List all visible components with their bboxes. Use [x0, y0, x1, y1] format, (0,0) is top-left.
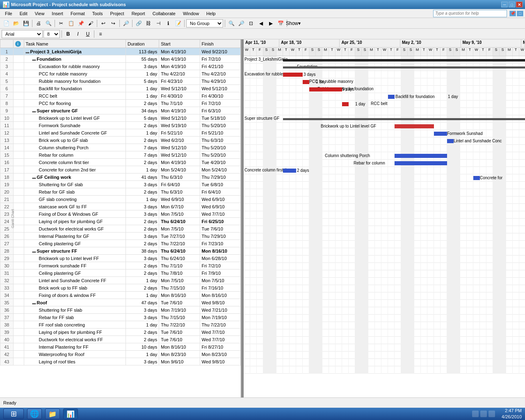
cut-button[interactable]: ✂: [57, 19, 66, 28]
task-name[interactable]: Laying of roof tiles: [24, 358, 126, 365]
task-name[interactable]: Rubble masonry for foundation: [24, 78, 126, 85]
paste-button[interactable]: 📌: [76, 19, 85, 28]
format-cells-button[interactable]: ≡: [96, 30, 105, 39]
task-name[interactable]: Internal Plastering for GF: [24, 233, 126, 240]
menu-help[interactable]: Help: [203, 10, 219, 17]
col-header-duration[interactable]: Duration: [126, 40, 159, 48]
redo-button[interactable]: ↪: [109, 19, 118, 28]
task-name[interactable]: Ductwork for electrical works GF: [24, 225, 126, 233]
task-info-button[interactable]: ℹ: [164, 19, 173, 28]
task-name[interactable]: Backfill for foundation: [24, 85, 126, 92]
ie-button[interactable]: 🌐: [27, 409, 42, 419]
gantt-panel[interactable]: Apr 11, '10 Apr 18, '10 Apr 25, '10 May …: [244, 39, 525, 397]
close-button[interactable]: ✕: [516, 2, 523, 7]
save-button[interactable]: 💾: [21, 19, 30, 28]
menu-view[interactable]: View: [32, 10, 48, 17]
copy-button[interactable]: 📋: [66, 19, 75, 28]
help-expand[interactable]: □: [517, 11, 523, 16]
task-name[interactable]: Internal Plastering for FF: [24, 343, 126, 351]
task-name[interactable]: Concrete column first tier: [24, 159, 126, 166]
start-button[interactable]: ⊞: [3, 409, 24, 419]
task-name[interactable]: Fixing of Door & Windows GF: [24, 210, 126, 218]
find-button[interactable]: 🔎: [121, 19, 130, 28]
task-name[interactable]: Ceiling plastering GF: [24, 240, 126, 247]
task-name[interactable]: ▬Super structure FF: [24, 247, 126, 255]
italic-button[interactable]: I: [73, 30, 82, 39]
task-name[interactable]: Excavation for rubble masonry: [24, 63, 126, 70]
msproject-taskbar-button[interactable]: 📊: [63, 409, 78, 419]
group-dropdown[interactable]: No Group: [186, 19, 223, 27]
explorer-button[interactable]: 📁: [45, 409, 60, 419]
task-name[interactable]: Ceiling plastering GF: [24, 269, 126, 277]
task-name[interactable]: staircase work GF to FF: [24, 203, 126, 210]
task-name[interactable]: RCC belt: [24, 92, 126, 100]
scroll-left-button[interactable]: ◀: [256, 19, 265, 28]
task-name[interactable]: ▬GF Ceiling work: [24, 173, 126, 181]
menu-file[interactable]: File: [2, 10, 16, 17]
link-button[interactable]: 🔗: [134, 19, 143, 28]
task-name[interactable]: ▬Foundation: [24, 55, 126, 63]
task-name[interactable]: Fixing of doors & window FF: [24, 292, 126, 299]
menu-insert[interactable]: Insert: [48, 10, 66, 17]
menu-collaborate[interactable]: Collaborate: [149, 10, 179, 17]
task-name[interactable]: Shuttering for FF slab: [24, 306, 126, 314]
task-name[interactable]: ▬Project 3_LekshmiGirija: [24, 48, 126, 55]
goto-today-button[interactable]: 📅: [276, 19, 285, 28]
task-name[interactable]: Lintel and Sunshade Concrete FF: [24, 277, 126, 284]
col-header-finish[interactable]: Finish: [200, 40, 240, 48]
task-name[interactable]: Rebar for GF slab: [24, 188, 126, 196]
task-name[interactable]: ▬Super structure GF: [24, 107, 126, 114]
table-wrapper[interactable]: i Task Name Duration Start Finish 1 ▬Pro…: [0, 39, 241, 397]
task-name[interactable]: Laying of pipes for plumbing FF: [24, 329, 126, 336]
task-name[interactable]: Column shuttering Porch: [24, 144, 126, 151]
minimize-button[interactable]: ─: [501, 2, 508, 7]
task-name[interactable]: Rebar for column: [24, 151, 126, 159]
new-button[interactable]: 📄: [2, 19, 11, 28]
task-name[interactable]: GF slab concreting: [24, 196, 126, 203]
menu-project[interactable]: Project: [107, 10, 127, 17]
col-header-start[interactable]: Start: [159, 40, 200, 48]
font-dropdown[interactable]: Arial: [2, 30, 43, 38]
print-button[interactable]: 🖨: [34, 19, 43, 28]
zoom-out-button[interactable]: 🔎: [237, 19, 246, 28]
gantt-chart-body[interactable]: Project 3_LekshmiGirijaFoundationExcavat…: [244, 56, 525, 374]
task-name[interactable]: ▬Roof: [24, 299, 126, 306]
underline-button[interactable]: U: [83, 30, 92, 39]
task-name[interactable]: Brickwork up to Lintel level FF: [24, 255, 126, 262]
notes-button[interactable]: 📝: [173, 19, 183, 28]
task-name[interactable]: Brick work up to FF slab: [24, 284, 126, 292]
menu-report[interactable]: Report: [128, 10, 148, 17]
task-name[interactable]: Waterproofing for Roof: [24, 351, 126, 358]
split-task-button[interactable]: ⊣: [154, 19, 163, 28]
help-search[interactable]: [433, 10, 507, 17]
scroll-right-button[interactable]: ▶: [266, 19, 275, 28]
task-name[interactable]: Ductwork for electrical works FF: [24, 336, 126, 343]
menu-tools[interactable]: Tools: [89, 10, 106, 17]
undo-button[interactable]: ↩: [99, 19, 108, 28]
task-name[interactable]: PCC for flooring: [24, 100, 126, 107]
bold-button[interactable]: B: [64, 30, 73, 39]
help-pin[interactable]: 📌: [509, 11, 516, 16]
menu-edit[interactable]: Edit: [16, 10, 31, 17]
task-name[interactable]: FF roof slab concreting: [24, 321, 126, 329]
task-name[interactable]: Formwork sunshade FF: [24, 262, 126, 269]
fontsize-dropdown[interactable]: 8: [43, 30, 60, 38]
menu-format[interactable]: Format: [67, 10, 88, 17]
task-name[interactable]: Formwork Sunshade: [24, 122, 126, 129]
format-painter-button[interactable]: 🖌: [86, 19, 95, 28]
task-name[interactable]: Concrete for column 2nd tier: [24, 166, 126, 173]
task-name[interactable]: Rebar for FF slab: [24, 314, 126, 321]
print-preview-button[interactable]: 🔍: [44, 19, 53, 28]
task-name[interactable]: Brick work up to GF slab: [24, 137, 126, 144]
task-name[interactable]: Lintel and Sunshade Concrete GF: [24, 129, 126, 137]
col-header-task[interactable]: Task Name: [24, 40, 126, 48]
task-name[interactable]: Laying of pipes for plumbing GF: [24, 218, 126, 225]
unlink-button[interactable]: ⛓: [144, 19, 153, 28]
task-name[interactable]: Shuttering for GF slab: [24, 181, 126, 188]
task-name[interactable]: Brickwork up to Lintel level GF: [24, 114, 126, 122]
maximize-button[interactable]: □: [509, 2, 515, 7]
menu-window[interactable]: Window: [180, 10, 202, 17]
zoom-all-button[interactable]: ⊡: [247, 19, 256, 28]
show-button[interactable]: Show▾: [289, 19, 298, 28]
task-name[interactable]: PCC for rubble masonry: [24, 70, 126, 78]
